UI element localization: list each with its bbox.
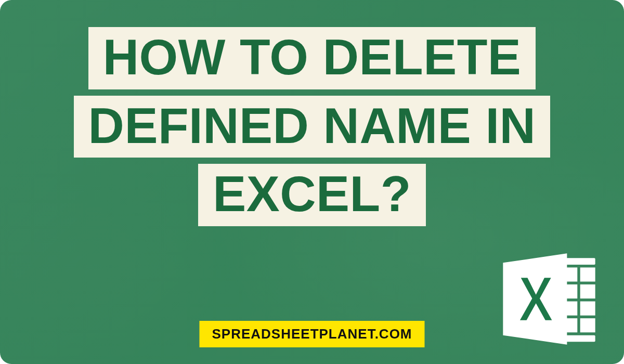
svg-rect-5 [580, 284, 595, 298]
headline-line-1: HOW TO DELETE [88, 27, 536, 89]
headline-line-2: DEFINED NAME IN [74, 96, 551, 158]
excel-icon [497, 250, 601, 348]
svg-rect-1 [562, 258, 595, 265]
svg-rect-7 [580, 302, 595, 316]
svg-rect-9 [580, 318, 595, 332]
headline: HOW TO DELETE DEFINED NAME IN EXCEL? [0, 27, 624, 226]
svg-rect-10 [562, 335, 595, 342]
site-label: SPREADSHEETPLANET.COM [199, 321, 424, 347]
banner-container: HOW TO DELETE DEFINED NAME IN EXCEL? SPR… [0, 0, 624, 364]
svg-rect-3 [580, 267, 595, 281]
headline-line-3: EXCEL? [198, 164, 426, 226]
